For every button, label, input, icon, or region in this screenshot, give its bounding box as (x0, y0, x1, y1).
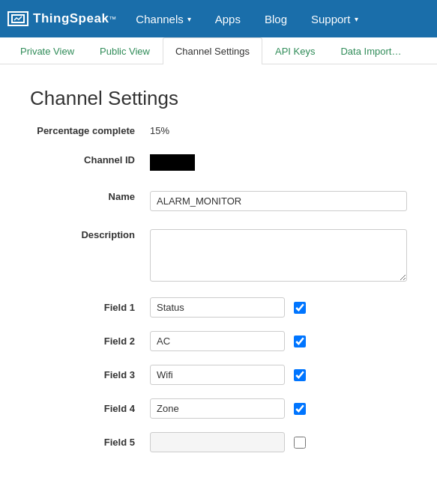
tab-channel-settings[interactable]: Channel Settings (163, 37, 262, 64)
field-label-2: Field 2 (30, 336, 150, 347)
field-checkbox-2[interactable] (294, 336, 306, 347)
field-label-3: Field 3 (30, 369, 150, 380)
field-checkbox-3[interactable] (294, 369, 306, 381)
name-input[interactable] (150, 191, 407, 211)
logo-text: ThingSpeak (33, 11, 109, 26)
logo[interactable]: ThingSpeak™ (7, 11, 116, 26)
name-label: Name (30, 186, 150, 202)
top-nav: ThingSpeak™ Channels ▾ Apps Blog Support… (0, 0, 437, 37)
tab-api-keys[interactable]: API Keys (262, 37, 328, 64)
field-input-2[interactable] (150, 331, 285, 351)
field-label-1: Field 1 (30, 302, 150, 313)
channels-caret-icon: ▾ (187, 15, 191, 23)
fields-container: Field 1Field 2Field 3Field 4Field 5 (30, 297, 407, 452)
percentage-label: Percentage complete (30, 125, 150, 136)
name-row: Name (30, 186, 407, 211)
tab-public-view[interactable]: Public View (87, 37, 163, 64)
page-title: Channel Settings (30, 87, 407, 110)
tab-data-import[interactable]: Data Import… (328, 37, 414, 64)
logo-box (7, 11, 28, 26)
content-area: Channel Settings Percentage complete 15%… (0, 64, 437, 488)
field-input-1[interactable] (150, 297, 285, 318)
channel-id-box (150, 154, 195, 171)
field-input-4[interactable] (150, 398, 285, 419)
field-row-4: Field 4 (30, 398, 407, 419)
name-input-wrapper (150, 186, 407, 211)
description-label: Description (30, 225, 150, 240)
percentage-value: 15% (150, 125, 169, 136)
field-checkbox-5[interactable] (294, 437, 306, 449)
tab-private-view[interactable]: Private View (7, 37, 87, 64)
support-caret-icon: ▾ (355, 15, 358, 23)
nav-support[interactable]: Support ▾ (299, 0, 370, 37)
channel-id-row: Channel ID (30, 150, 407, 173)
channel-id-label: Channel ID (30, 150, 150, 166)
percentage-complete-row: Percentage complete 15% (30, 125, 407, 136)
nav-apps[interactable]: Apps (203, 0, 253, 37)
nav-channels[interactable]: Channels ▾ (124, 0, 202, 37)
field-label-4: Field 4 (30, 403, 150, 414)
description-row: Description (30, 225, 407, 284)
field-row-3: Field 3 (30, 365, 407, 385)
field-label-5: Field 5 (30, 437, 150, 448)
field-row-5: Field 5 (30, 432, 407, 452)
field-row-1: Field 1 (30, 297, 407, 318)
channel-id-value (150, 150, 407, 173)
description-input-wrapper (150, 225, 407, 284)
field-input-5[interactable] (150, 432, 285, 452)
nav-blog[interactable]: Blog (253, 0, 299, 37)
field-input-3[interactable] (150, 365, 285, 385)
tabs-bar: Private View Public View Channel Setting… (0, 37, 437, 64)
field-row-2: Field 2 (30, 331, 407, 351)
field-checkbox-1[interactable] (294, 302, 306, 314)
description-textarea[interactable] (150, 229, 407, 282)
logo-tm: ™ (109, 15, 116, 23)
field-checkbox-4[interactable] (294, 403, 306, 415)
